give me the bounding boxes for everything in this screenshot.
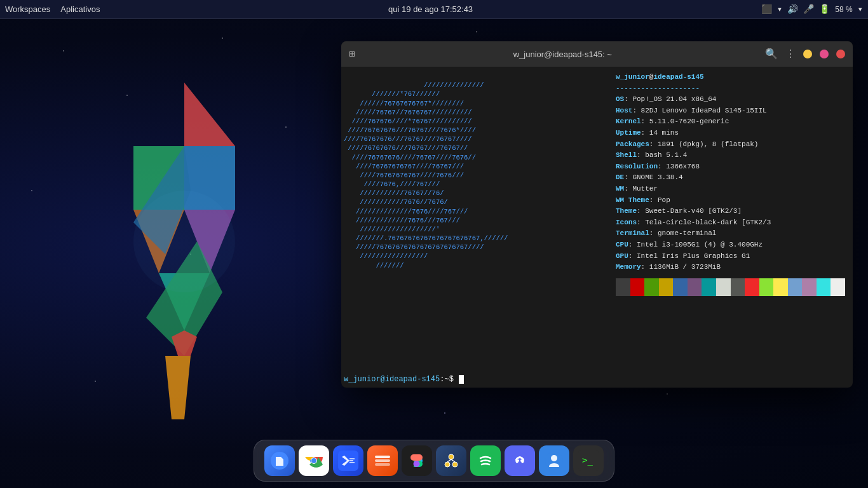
dock-item-discord[interactable] <box>505 445 535 476</box>
terminal-search-icon[interactable]: 🔍 <box>765 48 778 60</box>
dock-item-terminal[interactable]: >_ <box>573 445 604 476</box>
apps-menu[interactable]: Aplicativos <box>60 4 100 14</box>
info-user-host: w_junior@ideapad-s145 <box>616 72 845 83</box>
dock-item-stacks[interactable] <box>367 445 398 476</box>
system-info-panel: w_junior@ideapad-s145 ------------------… <box>608 67 853 372</box>
wifi-icon[interactable]: ▾ <box>777 4 782 15</box>
dock-item-gitcola[interactable] <box>436 445 466 476</box>
workspaces-menu[interactable]: Workspaces <box>5 4 50 14</box>
terminal-window: ⊞ w_junior@ideapad-s145: ~ 🔍 ⋮ /////////… <box>341 41 853 388</box>
window-dot-yellow[interactable] <box>803 50 812 58</box>
terminal-prompt-area: w_junior@ideapad-s145:~$ <box>341 372 853 388</box>
topbar: Workspaces Aplicativos qui 19 de ago 17:… <box>0 0 868 19</box>
info-theme: Theme: Sweet-Dark-v40 [GTK2/3] <box>616 206 845 217</box>
palette-color-3 <box>659 278 674 296</box>
info-username: w_junior <box>616 73 649 81</box>
palette-color-11 <box>773 278 788 296</box>
palette-color-9 <box>745 278 759 296</box>
info-wm: WM: Mutter <box>616 184 845 195</box>
prompt-cursor <box>459 375 464 384</box>
palette-color-6 <box>702 278 716 296</box>
wallpaper-illustration <box>38 64 330 419</box>
svg-point-25 <box>452 462 458 467</box>
battery-dropdown-icon[interactable]: ▾ <box>858 4 863 15</box>
palette-color-7 <box>716 278 731 296</box>
info-memory: Memory: 1136MiB / 3723MiB <box>616 262 845 273</box>
svg-rect-19 <box>375 459 390 462</box>
svg-text:>_: >_ <box>582 455 593 466</box>
window-dot-pink[interactable] <box>820 50 829 58</box>
info-cpu: CPU: Intel i3-1005G1 (4) @ 3.400GHz <box>616 240 845 251</box>
neofetch-art: /////////////// ///////*767////// //////… <box>341 67 608 372</box>
palette-color-14 <box>817 278 831 296</box>
svg-line-26 <box>447 459 451 462</box>
topbar-center: qui 19 de ago 17:52:43 <box>100 4 761 14</box>
terminal-title: w_junior@ideapad-s145: ~ <box>360 50 765 59</box>
dock-item-spotify[interactable] <box>470 445 501 476</box>
svg-point-22 <box>414 461 420 467</box>
dock-item-files[interactable] <box>264 445 295 476</box>
info-kernel: Kernel: 5.11.0-7620-generic <box>616 116 845 128</box>
dock-item-figma[interactable] <box>402 445 432 476</box>
info-uptime: Uptime: 14 mins <box>616 128 845 139</box>
palette-color-0 <box>616 278 630 296</box>
titlebar-actions: 🔍 ⋮ <box>765 48 845 60</box>
svg-rect-20 <box>375 463 390 466</box>
info-hostname: ideapad-s145 <box>653 73 703 81</box>
palette-color-8 <box>731 278 745 296</box>
svg-rect-18 <box>375 456 390 458</box>
info-de: DE: GNOME 3.38.4 <box>616 172 845 184</box>
info-packages: Packages: 1891 (dpkg), 8 (flatpak) <box>616 139 845 151</box>
info-shell: Shell: bash 5.1.4 <box>616 150 845 161</box>
info-os: OS: Pop!_OS 21.04 x86_64 <box>616 94 845 105</box>
topbar-right: ⬛ ▾ 🔊 🎤 🔋 58 % ▾ <box>761 4 863 15</box>
palette-color-15 <box>831 278 845 296</box>
palette-color-1 <box>630 278 645 296</box>
palette-color-13 <box>802 278 817 296</box>
terminal-titlebar: ⊞ w_junior@ideapad-s145: ~ 🔍 ⋮ <box>341 41 853 67</box>
color-palette <box>616 278 845 296</box>
palette-color-4 <box>673 278 688 296</box>
window-dot-red[interactable] <box>836 50 845 58</box>
mic-icon[interactable]: 🎤 <box>803 4 814 15</box>
svg-point-30 <box>517 459 519 462</box>
svg-marker-0 <box>184 83 235 146</box>
palette-color-10 <box>759 278 774 296</box>
volume-icon[interactable]: 🔊 <box>787 4 798 15</box>
svg-point-29 <box>511 452 529 470</box>
datetime-display: qui 19 de ago 17:52:43 <box>388 4 473 14</box>
desktop: Workspaces Aplicativos qui 19 de ago 17:… <box>0 0 868 488</box>
svg-marker-8 <box>165 356 191 419</box>
svg-point-24 <box>445 462 450 467</box>
prompt-user: w_junior@ideapad-s145 <box>344 375 440 384</box>
svg-point-10 <box>133 191 235 292</box>
terminal-tab-icon: ⊞ <box>349 48 355 60</box>
screen-icon: ⬛ <box>761 4 772 15</box>
info-wm-theme: WM Theme: Pop <box>616 195 845 207</box>
battery-icon[interactable]: 🔋 <box>819 4 830 15</box>
info-icons: Icons: Tela-circle-black-dark [GTK2/3 <box>616 217 845 229</box>
svg-point-15 <box>311 458 316 463</box>
svg-point-23 <box>449 454 454 459</box>
battery-percent: 58 % <box>835 5 852 14</box>
info-gpu: GPU: Intel Iris Plus Graphics G1 <box>616 251 845 262</box>
topbar-left: Workspaces Aplicativos <box>5 4 100 14</box>
palette-color-2 <box>644 278 659 296</box>
svg-line-27 <box>451 459 455 462</box>
dock-item-gnome[interactable] <box>539 445 569 476</box>
info-separator: -------------------- <box>616 83 845 95</box>
svg-point-31 <box>520 459 523 462</box>
info-terminal: Terminal: gnome-terminal <box>616 228 845 240</box>
svg-point-33 <box>551 455 557 461</box>
dock: >_ <box>254 440 614 482</box>
palette-color-5 <box>688 278 702 296</box>
terminal-menu-icon[interactable]: ⋮ <box>785 48 796 60</box>
info-resolution: Resolution: 868x488 <box>616 161 845 173</box>
dock-item-vscode[interactable] <box>333 445 363 476</box>
info-host: Host: 82DJ Lenovo IdeaPad S145-15IIL <box>616 105 845 117</box>
dock-item-chrome[interactable] <box>299 445 329 476</box>
terminal-content: /////////////// ///////*767////// //////… <box>341 67 853 372</box>
palette-color-12 <box>788 278 803 296</box>
